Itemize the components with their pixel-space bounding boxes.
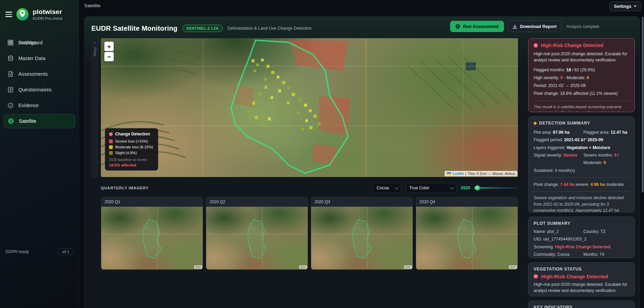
quarterly-controls-row: QUARTERLY IMAGERY Cocoa True Color 2020 xyxy=(101,182,518,193)
sidebar-footer: GDPR-ready v0.1 xyxy=(5,248,73,255)
legend-item-label: Slight (4-8%) xyxy=(115,151,137,155)
sidebar-item-settings[interactable]: Settings xyxy=(3,35,75,50)
esri-attribution: Esri xyxy=(509,265,517,269)
map-legend: Change Detection Severe loss (>15%) Mode… xyxy=(105,128,158,171)
plots-panel-toggle[interactable]: › Plots xyxy=(91,38,98,177)
sidebar: plotwiser EUDR Pre-check Dashboard Maste… xyxy=(0,0,79,308)
change-detection-dot-icon xyxy=(109,132,113,136)
menu-icon[interactable] xyxy=(5,12,12,17)
plotwiser-logo-icon xyxy=(16,8,29,20)
quarterly-title: QUARTERLY IMAGERY xyxy=(101,186,149,190)
vegetation-status-title: VEGETATION STATUS xyxy=(534,267,629,272)
topbar-settings-button[interactable]: Settings xyxy=(609,1,641,11)
run-assessment-button[interactable]: Run Assessment xyxy=(450,21,504,32)
name-country-row: Name: plot_2Country: TZ xyxy=(534,228,629,235)
chevron-down-icon xyxy=(450,186,454,189)
satellite-map[interactable]: + − Change Detection Severe loss (>15%) … xyxy=(101,38,518,177)
zoom-in-button[interactable]: + xyxy=(104,42,114,51)
quarter-map-overlay xyxy=(311,207,413,269)
ukraine-flag-icon xyxy=(447,172,451,175)
detection-summary-card: DETECTION SUMMARY Plot area: 67.06 ha Fl… xyxy=(528,116,635,212)
quarter-image: Esri xyxy=(206,207,308,269)
breadcrumb: Satellite xyxy=(84,3,101,8)
legend-item-slight: Slight (4-8%) xyxy=(109,151,154,155)
layer-select-value: True Color xyxy=(409,186,429,190)
vegetation-status-description: High-risk post-2020 change detected. Esc… xyxy=(534,282,629,294)
key-indicators-card: KEY INDICATORS xyxy=(528,300,635,308)
quarter-map-overlay xyxy=(101,207,203,269)
quarter-map-overlay xyxy=(416,207,518,269)
chevron-down-icon xyxy=(395,186,399,189)
leaflet-link[interactable]: Leaflet xyxy=(453,172,464,176)
esri-attribution: Esri xyxy=(404,265,412,269)
plot-summary-card: PLOT SUMMARY Name: plot_2Country: TZ UID… xyxy=(528,217,635,258)
sustained-row: Sustained: 3 month(s) xyxy=(534,167,629,174)
slight-color-swatch xyxy=(109,151,113,155)
page-title: EUDR Satellite Monitoring xyxy=(91,25,178,32)
brand: plotwiser EUDR Pre-check xyxy=(5,8,63,20)
detection-narrative: Severe vegetation and moisture decline d… xyxy=(534,195,629,212)
analysis-status: Analysis complete xyxy=(566,24,599,29)
plots-tab-label: Plots xyxy=(93,47,97,57)
quarter-image: Esri xyxy=(416,207,518,269)
download-report-label: Download Report xyxy=(520,24,557,29)
quarter-label: 2020 Q3 xyxy=(311,197,413,207)
plot-summary-title: PLOT SUMMARY xyxy=(534,221,629,226)
detection-dot-icon xyxy=(534,122,537,125)
commodity-select[interactable]: Cocoa xyxy=(373,183,401,193)
legend-item-label: Severe loss (>15%) xyxy=(115,139,148,143)
layers-row: Layers triggered: Vegetation + Moisture xyxy=(534,144,629,151)
moderate-color-swatch xyxy=(109,145,113,149)
quarter-card-q2[interactable]: 2020 Q2 Esri xyxy=(206,197,308,270)
vegetation-status-value: High-Risk Change Detected xyxy=(541,274,608,279)
severe-color-swatch xyxy=(109,140,113,143)
period-line: Period: 2021-02 → 2025-09 xyxy=(534,82,629,90)
pixel-change-row: Pixel change: 7.44 ha severe 4.96 ha mod… xyxy=(534,181,629,188)
alert-disclaimer: This result is a satellite-based screeni… xyxy=(534,104,629,112)
divider xyxy=(534,101,629,101)
topbar-settings-label: Settings xyxy=(614,4,631,9)
gdpr-label: GDPR-ready xyxy=(5,249,29,254)
quarter-image: Esri xyxy=(101,207,203,269)
download-icon xyxy=(512,24,517,29)
slider-thumb[interactable] xyxy=(475,186,480,190)
alert-title: High-Risk Change Detected xyxy=(541,43,603,48)
quarter-label: 2020 Q1 xyxy=(101,197,203,207)
sentinel-badge: SENTINEL-2 L2A xyxy=(182,25,223,32)
legend-baseline: 2020 baseline vs recent xyxy=(109,158,154,162)
sidebar-item-label: Settings xyxy=(18,40,36,45)
legend-affected: 18.6% affected xyxy=(109,163,154,167)
legend-item-moderate: Moderate loss (8-15%) xyxy=(109,145,154,149)
gear-icon xyxy=(7,40,14,46)
quarter-card-q1[interactable]: 2020 Q1 Esri xyxy=(101,197,203,270)
caret-down-icon xyxy=(634,5,637,7)
esri-attribution: Esri xyxy=(299,265,307,269)
run-assessment-label: Run Assessment xyxy=(463,24,499,29)
map-zoom-controls: + − xyxy=(104,42,114,61)
chevron-right-icon: › xyxy=(94,41,95,45)
window-scrollbar[interactable] xyxy=(642,17,644,192)
download-report-button[interactable]: Download Report xyxy=(507,21,562,32)
year-label: 2020 xyxy=(461,186,470,190)
zoom-out-button[interactable]: − xyxy=(104,52,114,61)
year-slider[interactable] xyxy=(474,186,518,190)
quarter-label: 2020 Q4 xyxy=(416,197,518,207)
screening-row: Screening: High-Risk Change Detected xyxy=(534,243,629,251)
uid-row: UID: uid_1774544901353_2 xyxy=(534,235,629,243)
brand-subtitle: EUDR Pre-check xyxy=(33,16,63,20)
page-subtitle: Deforestation & Land Use Change Detectio… xyxy=(228,26,312,31)
esri-attribution: Esri xyxy=(194,265,202,269)
layer-select[interactable]: True Color xyxy=(405,183,457,193)
version-badge: v0.1 xyxy=(58,248,73,255)
main-content-card: EUDR Satellite Monitoring SENTINEL-2 L2A… xyxy=(84,16,640,308)
brand-name: plotwiser xyxy=(33,8,63,16)
quarter-card-q3[interactable]: 2020 Q3 Esri xyxy=(311,197,413,270)
commodity-months-row: Commodity: CocoaMonths: 74 xyxy=(534,251,629,258)
flagged-period-row: Flagged period: 2021-02 â†’ 2025-09 xyxy=(534,136,629,144)
flagged-months-line: Flagged months: 18 / 62 (29.0%) xyxy=(534,66,629,74)
quarter-image: Esri xyxy=(311,207,413,269)
legend-title: Change Detection xyxy=(115,132,150,136)
quarter-card-q4[interactable]: 2020 Q4 Esri xyxy=(416,197,518,270)
sidebar-settings-wrap: Settings xyxy=(0,34,79,243)
status-dot-icon xyxy=(534,274,538,279)
